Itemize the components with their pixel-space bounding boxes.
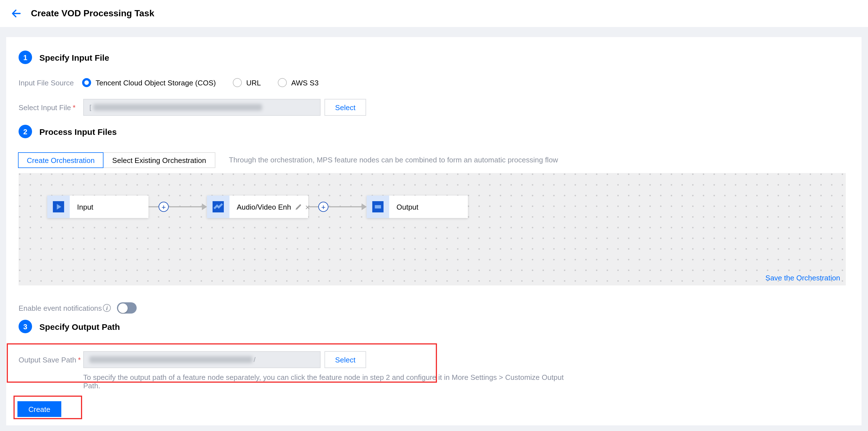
- output-save-path-label: Output Save Path*: [19, 356, 83, 364]
- step-1-header: 1 Specify Input File: [19, 51, 109, 64]
- step-1-title: Specify Input File: [39, 53, 109, 62]
- radio-url[interactable]: URL: [233, 78, 261, 87]
- back-arrow-icon[interactable]: [11, 8, 22, 19]
- output-path-hint: To specify the output path of a feature …: [83, 373, 567, 390]
- event-notifications-row: Enable event notifications i: [19, 302, 111, 314]
- input-file-source-row: Input File Source Tencent Cloud Object S…: [19, 76, 318, 89]
- orchestration-canvas[interactable]: Input + Audio/Video Enh: [19, 173, 846, 286]
- tab-create-orchestration[interactable]: Create Orchestration: [18, 152, 103, 168]
- content-card: 1 Specify Input File Input File Source T…: [6, 37, 862, 425]
- create-button[interactable]: Create: [18, 401, 61, 417]
- field-visible-text: [: [89, 103, 91, 111]
- play-icon: [47, 196, 70, 218]
- node-output[interactable]: Output: [367, 196, 468, 218]
- page: Create VOD Processing Task 1 Specify Inp…: [0, 0, 868, 431]
- select-input-file-label: Select Input File*: [19, 103, 83, 111]
- node-output-label: Output: [397, 203, 418, 211]
- node-audio-video-enhance[interactable]: Audio/Video Enh ×: [207, 196, 308, 218]
- node-audio-video-label: Audio/Video Enh: [237, 203, 291, 211]
- node-input-label: Input: [77, 203, 93, 211]
- select-input-file-row: Select Input File* [: [19, 99, 320, 116]
- radio-cos[interactable]: Tencent Cloud Object Storage (COS): [82, 78, 216, 87]
- input-file-source-label: Input File Source: [19, 78, 82, 87]
- top-bar: Create VOD Processing Task: [0, 0, 868, 27]
- input-file-field: [: [83, 99, 320, 116]
- radio-unselected-icon: [233, 78, 242, 87]
- connector-line: [149, 206, 159, 207]
- step-2-header: 2 Process Input Files: [19, 125, 117, 138]
- input-file-source-radio-group: Tencent Cloud Object Storage (COS) URL A…: [82, 78, 318, 87]
- node-actions: ×: [294, 203, 310, 211]
- step-2-title: Process Input Files: [39, 127, 117, 136]
- radio-aws-s3-label: AWS S3: [291, 78, 318, 87]
- node-input[interactable]: Input: [47, 196, 149, 218]
- arrowhead-icon: [362, 203, 367, 210]
- required-asterisk: *: [72, 103, 75, 111]
- output-save-path-row: Output Save Path* /: [19, 351, 320, 368]
- output-path-field: /: [83, 351, 320, 368]
- event-notifications-toggle[interactable]: [117, 302, 137, 313]
- radio-aws-s3[interactable]: AWS S3: [278, 78, 318, 87]
- arrowhead-icon: [202, 203, 207, 210]
- radio-cos-label: Tencent Cloud Object Storage (COS): [96, 78, 216, 87]
- connector-line: [169, 206, 202, 207]
- add-node-button[interactable]: +: [318, 202, 329, 212]
- radio-selected-icon: [82, 78, 91, 87]
- radio-unselected-icon: [278, 78, 287, 87]
- output-icon: [367, 196, 389, 218]
- redacted-value: [94, 104, 262, 111]
- select-output-path-button[interactable]: Select: [324, 351, 366, 368]
- add-node-button[interactable]: +: [159, 202, 169, 212]
- connector-line: [308, 206, 318, 207]
- field-visible-text: /: [254, 356, 256, 364]
- required-asterisk: *: [78, 356, 81, 364]
- orchestration-tabs: Create Orchestration Select Existing Orc…: [18, 152, 215, 168]
- select-input-file-button[interactable]: Select: [324, 99, 366, 116]
- save-orchestration-link[interactable]: Save the Orchestration: [765, 274, 840, 282]
- step-3-header: 3 Specify Output Path: [19, 320, 120, 333]
- waveform-icon: [207, 196, 229, 218]
- orchestration-description: Through the orchestration, MPS feature n…: [229, 156, 558, 164]
- connector-line: [329, 206, 362, 207]
- step-2-badge: 2: [19, 125, 32, 138]
- step-3-badge: 3: [19, 320, 32, 333]
- step-3-title: Specify Output Path: [39, 322, 120, 331]
- edit-node-icon[interactable]: [294, 203, 302, 210]
- toggle-knob: [118, 303, 127, 313]
- tab-select-existing-orchestration[interactable]: Select Existing Orchestration: [103, 152, 215, 168]
- step-1-badge: 1: [19, 51, 32, 64]
- page-title: Create VOD Processing Task: [31, 8, 154, 19]
- event-notifications-label: Enable event notifications: [19, 304, 102, 312]
- info-icon[interactable]: i: [103, 304, 111, 312]
- redacted-value: [89, 356, 252, 363]
- radio-url-label: URL: [246, 78, 261, 87]
